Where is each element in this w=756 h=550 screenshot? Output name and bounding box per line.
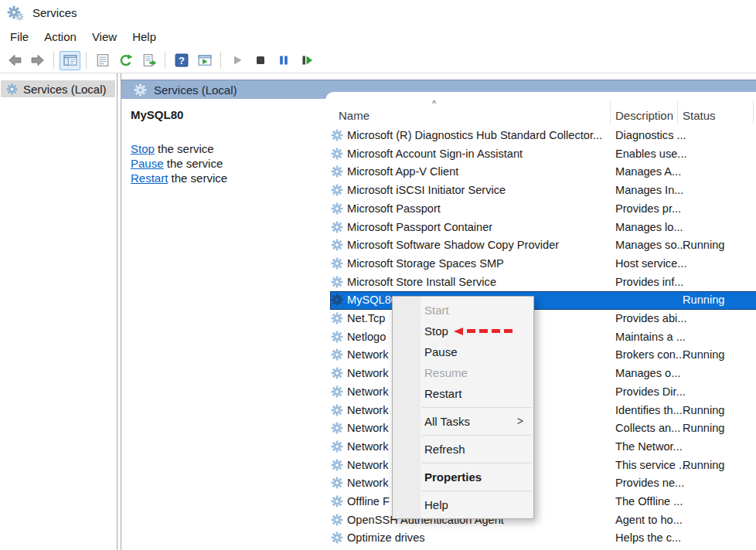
service-name: Network	[347, 348, 389, 361]
toolbar-separator	[165, 52, 165, 69]
menu-action[interactable]: Action	[36, 28, 84, 46]
arrow-dash	[504, 329, 513, 333]
service-row[interactable]: Microsoft PassportProvides pr...	[330, 200, 756, 219]
service-description: Provides pr...	[615, 202, 681, 215]
service-row[interactable]: Microsoft Software Shadow Copy ProviderM…	[330, 236, 756, 255]
service-row[interactable]: Microsoft (R) Diagnostics Hub Standard C…	[330, 127, 756, 145]
service-gear-icon	[331, 129, 343, 141]
service-name: Microsoft (R) Diagnostics Hub Standard C…	[347, 129, 602, 141]
service-link-line: Restart the service	[131, 171, 227, 185]
menubar: FileActionViewHelp	[0, 25, 756, 48]
service-name: Network	[347, 367, 389, 379]
service-name: Network	[347, 404, 389, 416]
service-name: Network	[347, 440, 389, 453]
service-description: Diagnostics ...	[615, 129, 686, 141]
service-gear-icon	[331, 148, 343, 160]
menu-item-all-tasks[interactable]: All Tasks>	[393, 411, 533, 432]
service-name: Microsoft Passport	[347, 202, 441, 215]
menu-item-help[interactable]: Help	[393, 494, 533, 515]
service-gear-icon	[331, 514, 343, 526]
column-header-status[interactable]: Status	[683, 109, 716, 122]
column-divider[interactable]	[610, 101, 611, 124]
service-name: Microsoft Account Sign-in Assistant	[347, 148, 523, 160]
menu-item-label: Stop	[424, 321, 448, 341]
menu-view[interactable]: View	[84, 28, 124, 46]
pause-service-icon[interactable]	[273, 51, 294, 70]
service-gear-icon	[331, 367, 343, 379]
toolbar-separator	[86, 52, 87, 69]
column-divider[interactable]	[677, 101, 678, 124]
service-row[interactable]: Microsoft Store Install ServiceProvides …	[330, 273, 756, 292]
service-name: Network	[347, 385, 389, 398]
menu-file[interactable]: File	[2, 28, 36, 46]
service-status: Running	[683, 348, 724, 361]
service-gear-icon	[331, 404, 343, 416]
pause-service-link[interactable]: Pause	[131, 157, 164, 170]
menu-item-refresh[interactable]: Refresh	[393, 439, 533, 460]
menu-item-properties[interactable]: Properties	[393, 467, 533, 487]
service-row[interactable]: Microsoft iSCSI Initiator ServiceManages…	[330, 182, 756, 200]
restart-service-icon[interactable]	[296, 51, 317, 70]
service-description: This service ...	[615, 459, 688, 471]
service-name: Microsoft App-V Client	[347, 165, 458, 178]
arrow-dash	[467, 329, 475, 333]
service-link-line: Stop the service	[131, 141, 227, 156]
services-window: Services FileActionViewHelp ?	[0, 0, 756, 550]
menu-item-stop[interactable]: Stop	[393, 321, 533, 341]
menu-item-label: Resume	[424, 362, 468, 383]
menu-item-restart[interactable]: Restart	[393, 383, 533, 404]
service-description: Provides Dir...	[615, 385, 686, 398]
menu-separator	[422, 435, 531, 436]
menu-help[interactable]: Help	[124, 28, 164, 46]
arrow-head	[454, 328, 463, 335]
stop-service-icon[interactable]	[250, 51, 271, 70]
service-row[interactable]: Microsoft Account Sign-in AssistantEnabl…	[330, 145, 756, 164]
service-name: Network	[347, 477, 389, 489]
context-menu: StartStopPauseResumeRestartAll Tasks>Ref…	[392, 296, 534, 519]
service-gear-icon	[331, 239, 343, 251]
service-name: MySQL80	[347, 294, 397, 306]
restart-service-link[interactable]: Restart	[131, 171, 168, 185]
column-header-description[interactable]: Description	[615, 109, 673, 122]
menu-item-pause[interactable]: Pause	[393, 341, 533, 362]
service-name: Optimize drives	[347, 531, 425, 544]
console-tree-panel: Services (Local)	[0, 73, 117, 550]
service-gear-icon	[331, 459, 343, 471]
service-description: Provides inf...	[615, 276, 683, 288]
link-suffix: the service	[168, 171, 227, 185]
service-row[interactable]: Microsoft Storage Spaces SMPHost service…	[330, 255, 756, 273]
help-icon[interactable]: ?	[171, 51, 192, 70]
show-action-pane-icon[interactable]	[194, 51, 215, 70]
export-list-icon[interactable]	[138, 51, 159, 70]
start-service-icon[interactable]	[226, 51, 247, 70]
service-description: Host service...	[615, 257, 686, 270]
service-gear-icon	[331, 385, 343, 398]
service-name: Microsoft Software Shadow Copy Provider	[347, 239, 559, 251]
column-divider[interactable]	[753, 101, 754, 124]
service-row[interactable]: Optimize drivesHelps the c...	[330, 529, 756, 548]
forward-icon[interactable]	[27, 51, 48, 70]
service-description: Manages o...	[615, 367, 680, 379]
service-description: Provides ne...	[615, 477, 684, 489]
service-name: Network	[347, 459, 389, 471]
service-name: Network	[347, 422, 389, 434]
menu-item-start: Start	[393, 300, 533, 321]
service-gear-icon	[331, 165, 343, 178]
toolbar: ?	[0, 48, 756, 73]
column-header-name[interactable]: Name	[339, 109, 369, 122]
properties-icon[interactable]	[92, 51, 113, 70]
stop-service-link[interactable]: Stop	[131, 142, 155, 155]
service-row[interactable]: Microsoft Passport ContainerManages lo..…	[330, 219, 756, 237]
tree-item-services-local[interactable]: Services (Local)	[1, 80, 115, 97]
service-link-line: Pause the service	[131, 156, 227, 171]
red-dashed-arrow	[454, 328, 513, 335]
service-status: Running	[683, 294, 724, 306]
title-bar: Services	[0, 0, 756, 25]
show-console-tree-icon[interactable]	[60, 51, 80, 70]
back-icon[interactable]	[4, 51, 25, 70]
service-status: Running	[683, 239, 724, 251]
service-row[interactable]: Microsoft App-V ClientManages A...	[330, 163, 756, 182]
service-description: Manages In...	[615, 184, 683, 196]
service-gear-icon	[331, 531, 343, 544]
refresh-icon[interactable]	[115, 51, 136, 70]
